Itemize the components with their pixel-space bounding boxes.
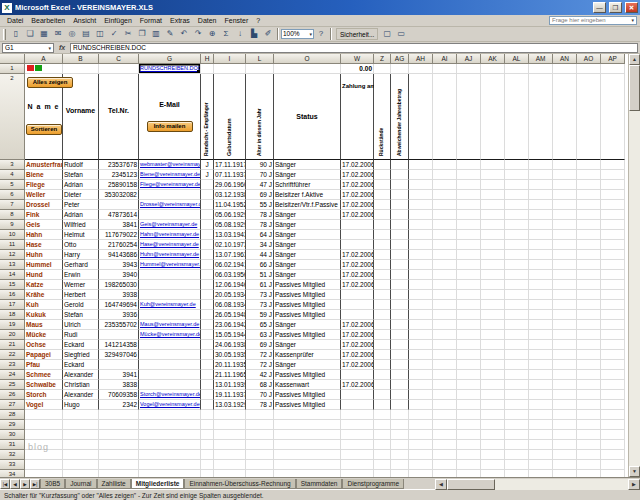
cell[interactable]: Alexander [63,390,99,400]
cell[interactable]: Wilfried [63,220,99,230]
cell[interactable] [374,460,391,470]
column-header-G[interactable]: G [139,54,201,64]
cell[interactable] [409,170,433,180]
cell[interactable] [201,310,214,320]
cell[interactable] [201,320,214,330]
cell[interactable] [99,420,139,430]
cell[interactable] [457,430,481,440]
cell[interactable] [391,340,409,350]
column-header-AM[interactable]: AM [529,54,553,64]
cell[interactable]: Stefan [63,310,99,320]
cell[interactable] [481,340,505,350]
cell[interactable]: 78 J [246,400,274,410]
cell[interactable] [433,260,457,270]
cell[interactable]: 11.04.1952 [214,200,246,210]
cell[interactable] [457,230,481,240]
cell[interactable] [99,360,139,370]
cell[interactable]: Sänger [274,320,341,330]
cell[interactable] [214,410,246,420]
cell[interactable] [481,270,505,280]
cell[interactable] [139,470,201,477]
cell[interactable] [553,310,577,320]
cell[interactable]: 17.02.2006 [341,380,374,390]
cell[interactable] [529,460,553,470]
cell[interactable] [139,460,201,470]
cell[interactable]: Otto [63,240,99,250]
cell[interactable] [201,300,214,310]
cell[interactable] [25,410,63,420]
cell[interactable] [201,250,214,260]
cell[interactable]: 329497046 [99,350,139,360]
cell[interactable] [481,470,505,477]
cell[interactable] [433,200,457,210]
cell[interactable]: 3841 [99,220,139,230]
cell[interactable]: 17.02.2006 [341,260,374,270]
cell[interactable] [505,250,529,260]
cell[interactable] [601,330,625,340]
cell[interactable] [481,400,505,410]
cell[interactable] [505,470,529,477]
cell[interactable] [553,280,577,290]
cell[interactable]: 51 J [246,270,274,280]
cell[interactable] [505,430,529,440]
cell[interactable]: 02.10.1973 [214,240,246,250]
column-header-AO[interactable]: AO [577,54,601,64]
cell[interactable] [374,420,391,430]
cell[interactable] [433,330,457,340]
cell[interactable] [553,390,577,400]
cell[interactable]: 05.08.1929 [214,220,246,230]
cell[interactable] [341,240,374,250]
cell[interactable] [374,180,391,190]
cell[interactable] [457,300,481,310]
cell[interactable] [391,370,409,380]
cell[interactable]: Weller [25,190,63,200]
menu-item-item[interactable]: ? [252,15,264,26]
cell[interactable] [246,470,274,477]
cell[interactable] [433,440,457,450]
row-header-3[interactable]: 3 [0,160,25,170]
cell[interactable] [505,420,529,430]
cell[interactable] [601,280,625,290]
cell[interactable] [246,64,274,74]
row-header-8[interactable]: 8 [0,210,25,220]
cell[interactable]: 17.02.2006 [341,190,374,200]
cell[interactable] [374,290,391,300]
cell[interactable] [63,410,99,420]
cell[interactable]: 21760254 [99,240,139,250]
cell[interactable] [577,300,601,310]
cell[interactable]: 03.12.1938 [214,190,246,200]
cell[interactable] [201,450,214,460]
cell[interactable] [577,220,601,230]
cell[interactable]: Huhn@vereinsmayer.de [139,250,201,260]
cell[interactable]: Biene@vereinsmayer.de [139,170,201,180]
cell[interactable]: 69 J [246,340,274,350]
cell[interactable] [201,370,214,380]
cell[interactable]: Hahn [25,230,63,240]
cell[interactable] [341,460,374,470]
cell[interactable] [457,450,481,460]
cell[interactable] [409,74,433,160]
cell[interactable] [391,64,409,74]
cell[interactable] [433,290,457,300]
cell[interactable] [409,180,433,190]
cell[interactable] [481,230,505,240]
cell[interactable] [601,380,625,390]
cell[interactable]: Sänger [274,360,341,370]
column-header-W[interactable]: W [341,54,374,64]
cell[interactable] [139,340,201,350]
cell[interactable]: Werner [63,280,99,290]
cell[interactable]: 164749694 [99,300,139,310]
cell[interactable] [391,220,409,230]
cell[interactable]: 30.05.1935 [214,350,246,360]
cell[interactable]: 17.02.2006 [341,160,374,170]
cell[interactable] [553,380,577,390]
menu-item-fenster[interactable]: Fenster [221,15,253,26]
cell[interactable] [139,450,201,460]
cell[interactable] [601,190,625,200]
cell[interactable] [601,430,625,440]
cell[interactable]: Helmut [63,230,99,240]
sheet-tab-30b5[interactable]: 30B5 [40,479,65,489]
cell[interactable] [529,220,553,230]
cell[interactable]: Sänger [274,210,341,220]
cell[interactable]: 72 J [246,350,274,360]
